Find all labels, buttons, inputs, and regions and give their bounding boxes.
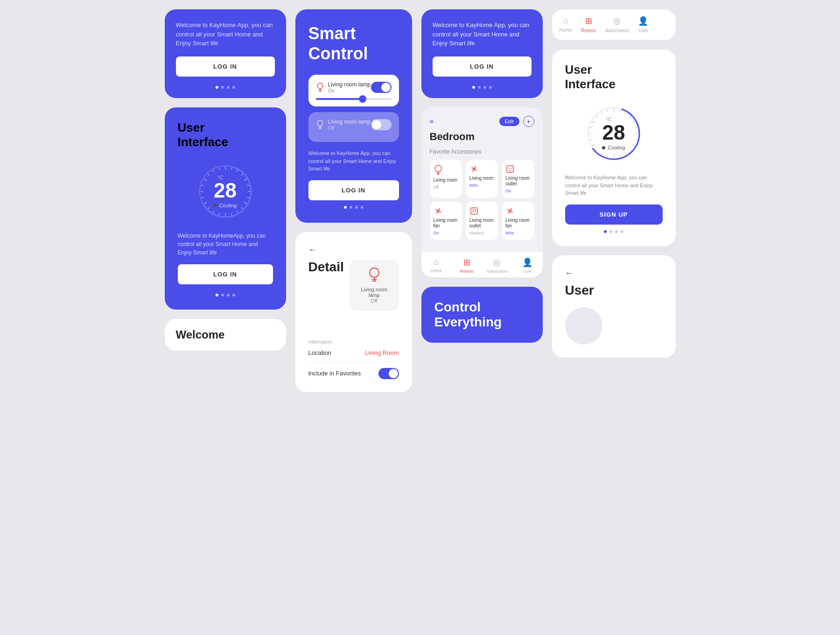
ui-title-white: User Interface — [565, 63, 663, 92]
svg-line-5 — [244, 179, 246, 181]
status-text: Cooling — [219, 203, 237, 208]
accessory-tile-outlet-heating[interactable]: Living room outlet Heating — [466, 202, 498, 240]
edit-button[interactable]: Edit — [499, 117, 519, 126]
login-button-2[interactable]: LOG IN — [178, 264, 273, 284]
acc-status-2: 60% — [469, 183, 494, 188]
device-name-off: Living room lamp — [328, 119, 371, 125]
dot — [221, 294, 224, 296]
rooms-nav-icon: ⊞ — [463, 257, 470, 268]
svg-line-22 — [208, 174, 210, 176]
temp-value-white: 28 — [602, 122, 625, 143]
dot — [232, 86, 235, 89]
svg-line-21 — [204, 179, 207, 181]
accessory-tile-fan-on[interactable]: Living room fan On — [430, 202, 462, 240]
svg-line-67 — [592, 144, 595, 146]
favorites-key: Include in Favorites — [308, 370, 361, 377]
svg-line-72 — [596, 116, 598, 118]
toggle-lamp-off[interactable] — [371, 119, 392, 130]
accessory-tile-outlet-on[interactable]: Living room outlet On — [502, 160, 534, 198]
nav-user[interactable]: 👤 User — [512, 257, 543, 274]
acc-name-5: Living room outlet — [469, 218, 494, 229]
svg-line-8 — [247, 197, 249, 198]
svg-line-62 — [619, 155, 620, 158]
acc-status-1: Off — [434, 185, 458, 190]
ui-title: User Interface — [178, 120, 273, 149]
control-banner: Control Everything — [421, 287, 543, 343]
control-title: Control — [434, 300, 530, 315]
smart-login-button[interactable]: LOG IN — [308, 180, 399, 200]
svg-line-68 — [590, 140, 592, 140]
rnav-user-label: User — [638, 28, 648, 33]
bedroom-title: Bedroom — [430, 131, 534, 143]
slider-fill — [316, 98, 361, 100]
signup-button[interactable]: SIGN UP — [565, 205, 663, 225]
brightness-slider[interactable] — [316, 98, 392, 100]
user-back-arrow[interactable]: ← — [565, 268, 663, 278]
accessory-tile-fan-60[interactable]: Living room 60% — [466, 160, 498, 198]
accessory-tile-fan-60b[interactable]: Living room fan 60% — [502, 202, 534, 240]
nav-automation[interactable]: ◎ Automation — [482, 257, 512, 274]
list-icon: ≡ — [430, 118, 434, 125]
acc-lamp-icon-1 — [434, 164, 443, 176]
add-button[interactable]: + — [523, 116, 534, 127]
svg-rect-48 — [471, 208, 477, 214]
detail-back-arrow[interactable]: ← — [308, 245, 399, 255]
temperature-gauge-white: °C 28 Cooling — [565, 101, 663, 166]
rnav-rooms-label: Rooms — [581, 28, 596, 33]
rnav-automation[interactable]: ◎ Automation — [605, 16, 629, 33]
dot — [489, 86, 492, 89]
svg-line-70 — [590, 127, 592, 128]
cooling-status: Cooling — [214, 203, 237, 208]
svg-point-38 — [435, 165, 441, 172]
login-button-3[interactable]: LOG IN — [433, 56, 532, 77]
nav-rooms[interactable]: ⊞ Rooms — [452, 257, 482, 274]
acc-name-3: Living room outlet — [505, 176, 530, 187]
acc-status-5: Heating — [469, 231, 494, 235]
dot — [350, 206, 352, 209]
acc-fan-icon-2 — [434, 206, 443, 216]
user-nav-label: User — [523, 269, 532, 274]
bedroom-bottom-nav: ⌂ Home ⊞ Rooms ◎ Automation 👤 User — [421, 251, 543, 277]
control-subtitle: Everything — [434, 315, 530, 330]
login-button-1[interactable]: LOG IN — [176, 56, 275, 77]
acc-status-6: 60% — [505, 231, 530, 235]
svg-line-52 — [619, 110, 620, 112]
svg-line-2 — [231, 168, 231, 170]
favorites-toggle[interactable] — [378, 368, 399, 379]
welcome-card-3: Welcome to KayHome App, you can control … — [421, 9, 543, 98]
accessory-tile-lamp-off[interactable]: Living room Off — [430, 160, 462, 198]
acc-status-4: On — [434, 231, 458, 235]
dot — [621, 230, 623, 233]
svg-point-34 — [370, 268, 379, 277]
acc-name-4: Living room fan — [434, 218, 458, 229]
rnav-user[interactable]: 👤 User — [638, 16, 648, 33]
slider-thumb[interactable] — [359, 95, 366, 103]
svg-line-74 — [607, 110, 608, 112]
bedroom-card: ≡ Edit + Bedroom Favorite Accessories — [421, 107, 543, 277]
rnav-home[interactable]: ⌂ Home — [560, 16, 572, 33]
dot — [615, 230, 618, 233]
ui-welcome-text: Welcome to KayHome App, you can control … — [565, 174, 663, 197]
toggle-lamp-on[interactable] — [371, 82, 392, 93]
dot — [609, 230, 612, 233]
user-interface-card-blue: User Interface — [165, 107, 286, 310]
location-value: Living Room — [365, 349, 399, 356]
device-item-lamp-off: Living room lamp Off — [308, 112, 399, 142]
dot — [221, 86, 224, 89]
welcome-card-1: Welcome to KayHome App, you can control … — [165, 9, 286, 98]
svg-line-11 — [237, 211, 238, 212]
nav-home[interactable]: ⌂ Home — [421, 257, 452, 274]
automation-nav-label: Automation — [486, 269, 508, 274]
accessories-grid: Living room Off Living room 60% — [430, 160, 534, 240]
dot — [604, 230, 607, 233]
user-title: User — [565, 283, 663, 298]
lamp-icon-off — [316, 120, 324, 130]
smart-dots — [308, 206, 399, 209]
svg-line-24 — [219, 168, 219, 170]
welcome-text-3: Welcome to KayHome App, you can control … — [433, 21, 532, 48]
device-name-on: Living room lamp — [328, 81, 371, 88]
rnav-automation-icon: ◎ — [613, 16, 621, 26]
rnav-rooms[interactable]: ⊞ Rooms — [581, 16, 596, 33]
user-nav-icon: 👤 — [522, 257, 532, 268]
rnav-automation-label: Automation — [605, 28, 629, 33]
